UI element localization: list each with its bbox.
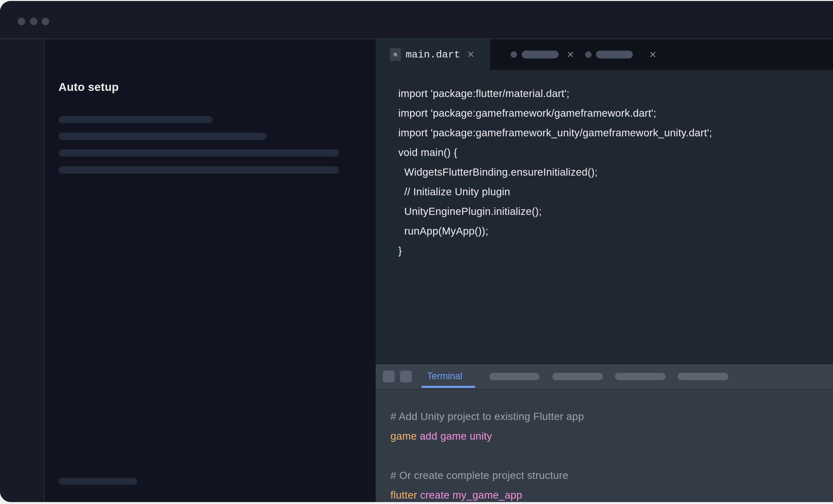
skeleton-footer-bar [58,478,137,485]
close-icon[interactable]: ✕ [467,49,475,60]
ghost-panel-tab[interactable] [552,373,603,380]
ghost-panel-tab[interactable] [615,373,666,380]
app-window: Auto setup m main.dart ✕ ✕ ✕ [0,1,833,502]
ghost-tab-placeholder[interactable] [596,51,633,58]
ghost-tab-file-icon [511,51,517,58]
code-editor[interactable]: import 'package:flutter/material.dart'; … [376,70,833,365]
terminal-comment-line: # Add Unity project to existing Flutter … [390,410,584,423]
code-line: // Initialize Unity plugin [398,182,712,202]
terminal-toolbar-button[interactable] [400,371,412,382]
code-line: void main() { [398,143,712,162]
skeleton-text-bar [58,133,267,140]
editor-tabbar: m main.dart ✕ ✕ ✕ [376,39,833,70]
code-block: import 'package:flutter/material.dart'; … [398,84,712,260]
dart-file-icon: m [390,48,401,61]
left-rail [0,39,44,502]
skeleton-text-bar [58,166,339,174]
sidebar-panel: Auto setup [45,39,376,502]
terminal-toolbar-button[interactable] [383,371,395,382]
window-control-dot[interactable] [42,18,49,25]
code-line: import 'package:gameframework/gameframew… [398,103,712,123]
window-control-dot[interactable] [30,18,38,25]
titlebar [0,1,833,39]
code-line: import 'package:gameframework_unity/game… [398,123,712,143]
window-control-dot[interactable] [18,18,25,25]
editor-panel: m main.dart ✕ ✕ ✕ import 'package:flutte… [376,39,833,502]
ghost-tab-file-icon [585,51,592,58]
code-line: UnityEnginePlugin.initialize(); [398,202,712,221]
command-binary: game [390,430,417,442]
sidebar-heading: Auto setup [58,80,119,94]
ghost-panel-tab[interactable] [677,373,728,380]
ghost-panel-tab[interactable] [489,373,540,380]
close-icon[interactable]: ✕ [649,49,657,61]
terminal-output[interactable]: # Add Unity project to existing Flutter … [376,390,833,502]
tab-main-dart[interactable]: m main.dart ✕ [376,39,490,70]
skeleton-text-bar [58,149,339,157]
command-binary: flutter [390,489,417,501]
terminal-command-line: flutter create my_game_app [390,489,522,502]
ghost-tab-placeholder[interactable] [522,51,558,58]
close-icon[interactable]: ✕ [567,49,574,61]
code-line: import 'package:flutter/material.dart'; [398,84,712,103]
page: { "window": { "controls": {"dot_icon": "… [0,0,833,504]
code-line: runApp(MyApp()); [398,221,712,241]
terminal-comment-line: # Or create complete project structure [390,469,568,482]
command-args: add game unity [417,430,492,442]
terminal-command-line: game add game unity [390,430,492,443]
file-icon-letter: m [394,51,397,58]
command-args: create my_game_app [417,489,522,501]
tab-terminal[interactable]: Terminal [427,371,462,381]
skeleton-text-bar [58,116,212,123]
terminal-tabbar: Terminal [376,366,833,389]
active-tab-underline [422,386,475,388]
code-line: } [398,241,712,260]
code-line: WidgetsFlutterBinding.ensureInitialized(… [398,162,712,182]
tab-title: main.dart [406,49,460,60]
